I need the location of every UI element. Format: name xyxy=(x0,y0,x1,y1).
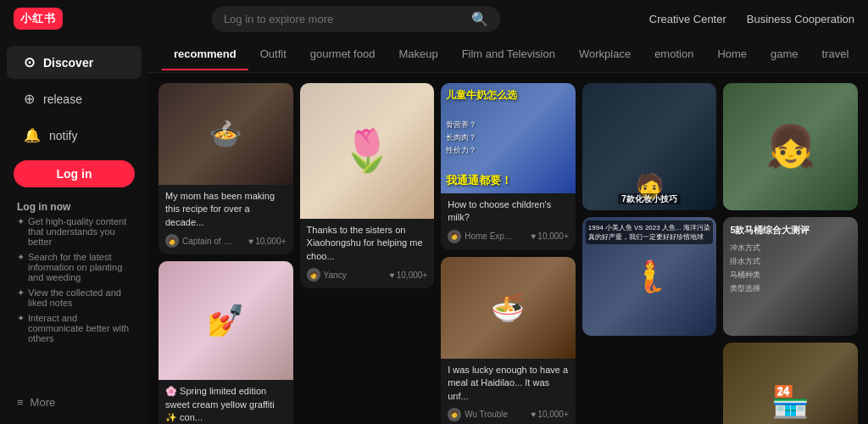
cat-outfit[interactable]: Outfit xyxy=(248,39,298,70)
card-5-author: 🧑 Wu Trouble xyxy=(448,408,508,421)
card-8[interactable]: 👧 xyxy=(723,83,858,210)
card-4-author: 🧑 Home Expert Or... xyxy=(448,230,515,243)
cat-recommend[interactable]: recommend xyxy=(162,39,248,70)
card-5-likes: ♥ 10,000+ xyxy=(531,410,568,419)
card-4-likes: ♥ 10,000+ xyxy=(531,232,568,241)
logo: 小红书 xyxy=(14,8,63,30)
card-4-title: How to choose children's milk? xyxy=(448,198,569,225)
heart-icon-1: ♥ xyxy=(248,237,253,246)
card-5-avatar: 🧑 xyxy=(448,408,461,421)
sidebar-more[interactable]: ≡ More xyxy=(0,388,148,417)
login-features: ✦ Get high-quality content that understa… xyxy=(0,216,148,349)
card-1-meta: 🧑 Captain of the F... ♥ 10,000+ xyxy=(165,234,287,248)
header-links: Creative Center Business Cooperation xyxy=(649,13,854,25)
feature-1: ✦ Get high-quality content that understa… xyxy=(17,216,131,247)
cat-emotion[interactable]: emotion xyxy=(643,39,705,70)
heart-icon-3: ♥ xyxy=(390,271,395,280)
notify-icon: 🔔 xyxy=(24,127,41,143)
sidebar-label-release: release xyxy=(43,92,82,106)
heart-icon-4: ♥ xyxy=(531,232,536,241)
card-1[interactable]: 🍲 My mom has been making this recipe for… xyxy=(159,83,293,254)
card-5-author-name: Wu Trouble xyxy=(465,410,508,419)
card-5-title: I was lucky enough to have a meal at Hai… xyxy=(448,364,569,403)
card-1-likes: ♥ 10,000+ xyxy=(248,237,286,246)
search-bar[interactable]: 🔍 xyxy=(212,6,500,32)
heart-icon-5: ♥ xyxy=(531,410,536,419)
card-6[interactable]: 🧑 7款化妆小技巧 xyxy=(582,83,717,210)
star-icon-4: ✦ xyxy=(17,313,25,324)
card-5-info: I was lucky enough to have a meal at Hai… xyxy=(441,359,576,424)
cat-fitness[interactable]: fitness xyxy=(860,39,868,70)
card-7-image: 🧜 1994 小美人鱼 VS 2023 人鱼... 海洋污染真的好严重，我们一定… xyxy=(582,217,717,336)
star-icon-3: ✦ xyxy=(17,287,25,298)
login-button[interactable]: Log in xyxy=(14,160,135,187)
card-4[interactable]: 儿童牛奶怎么选 骨营养？ 长肉肉？ 性价力？ 我通通都要！ How to cho… xyxy=(441,83,576,250)
card-1-title: My mom has been making this recipe for o… xyxy=(165,190,287,229)
sidebar: ⊙ Discover ⊕ release 🔔 notify Log in Log… xyxy=(0,37,148,424)
card-2-info: 🌸 Spring limited edition sweet cream yel… xyxy=(159,380,293,424)
card-4-image: 儿童牛奶怎么选 骨营养？ 长肉肉？ 性价力？ 我通通都要！ xyxy=(441,83,576,193)
card-10[interactable]: 🏪 SENA xyxy=(723,343,858,424)
feature-2: ✦ Search for the latest information on p… xyxy=(17,252,131,282)
card-3[interactable]: 🌷 Thanks to the sisters on Xiaohongshu f… xyxy=(300,83,435,288)
card-2-title: 🌸 Spring limited edition sweet cream yel… xyxy=(165,385,287,424)
card-8-image: 👧 xyxy=(723,83,858,210)
cat-home[interactable]: Home xyxy=(705,39,759,70)
search-icon[interactable]: 🔍 xyxy=(471,11,488,27)
content-area: recommend Outfit gourmet food Makeup Fil… xyxy=(148,37,868,424)
login-now-label: Log in now xyxy=(0,194,148,216)
cat-film[interactable]: Film and Television xyxy=(450,39,567,70)
card-3-meta: 🧑 Yancy ♥ 10,000+ xyxy=(307,268,428,282)
card-4-info: How to choose children's milk? 🧑 Home Ex… xyxy=(441,193,576,250)
card-3-title: Thanks to the sisters on Xiaohongshu for… xyxy=(307,224,428,263)
cat-gourmet[interactable]: gourmet food xyxy=(298,39,387,70)
card-5-meta: 🧑 Wu Trouble ♥ 10,000+ xyxy=(448,408,569,421)
card-3-info: Thanks to the sisters on Xiaohongshu for… xyxy=(300,219,435,288)
header: 小红书 🔍 Creative Center Business Cooperati… xyxy=(0,0,868,37)
search-input[interactable] xyxy=(224,13,465,25)
card-1-avatar: 🧑 xyxy=(165,234,179,248)
cat-travel[interactable]: travel xyxy=(810,39,861,70)
sidebar-label-notify: notify xyxy=(49,129,77,142)
card-10-image: 🏪 SENA xyxy=(723,343,858,424)
card-1-author: 🧑 Captain of the F... xyxy=(165,234,233,248)
cat-makeup[interactable]: Makeup xyxy=(387,39,449,70)
card-3-likes: ♥ 10,000+ xyxy=(390,271,427,280)
cat-game[interactable]: game xyxy=(759,39,810,70)
card-4-meta: 🧑 Home Expert Or... ♥ 10,000+ xyxy=(448,230,569,243)
category-nav: recommend Outfit gourmet food Makeup Fil… xyxy=(148,37,868,73)
card-7[interactable]: 🧜 1994 小美人鱼 VS 2023 人鱼... 海洋污染真的好严重，我们一定… xyxy=(582,217,717,336)
card-3-author: 🧑 Yancy xyxy=(307,268,347,282)
card-4-author-name: Home Expert Or... xyxy=(465,232,515,241)
sidebar-item-release[interactable]: ⊕ release xyxy=(7,82,142,115)
card-9-image: 5款马桶综合大测评 冲水方式 排水方式 马桶种类 类型选择 xyxy=(723,217,858,336)
cat-workplace[interactable]: Workplace xyxy=(567,39,643,70)
sidebar-item-discover[interactable]: ⊙ Discover xyxy=(7,46,142,79)
card-9[interactable]: 5款马桶综合大测评 冲水方式 排水方式 马桶种类 类型选择 xyxy=(723,217,858,336)
feature-4: ✦ Interact and communicate better with o… xyxy=(17,313,131,343)
card-1-image: 🍲 xyxy=(159,83,293,185)
creative-center-link[interactable]: Creative Center xyxy=(649,13,726,25)
business-cooperation-link[interactable]: Business Cooperation xyxy=(747,13,854,25)
card-1-author-name: Captain of the F... xyxy=(182,237,233,246)
sidebar-item-notify[interactable]: 🔔 notify xyxy=(7,119,142,152)
card-2[interactable]: 💅 🌸 Spring limited edition sweet cream y… xyxy=(159,261,293,424)
card-6-image: 🧑 7款化妆小技巧 xyxy=(582,83,717,210)
card-4-avatar: 🧑 xyxy=(448,230,461,243)
release-icon: ⊕ xyxy=(24,91,35,107)
card-3-author-name: Yancy xyxy=(324,271,347,280)
card-5[interactable]: 🍜 I was lucky enough to have a meal at H… xyxy=(441,257,576,424)
star-icon: ✦ xyxy=(17,216,25,227)
discover-icon: ⊙ xyxy=(24,54,35,70)
card-3-image: 🌷 xyxy=(300,83,435,219)
card-2-image: 💅 xyxy=(159,261,293,380)
main-layout: ⊙ Discover ⊕ release 🔔 notify Log in Log… xyxy=(0,37,868,424)
star-icon-2: ✦ xyxy=(17,252,25,263)
card-1-info: My mom has been making this recipe for o… xyxy=(159,185,293,254)
content-grid: 🍲 My mom has been making this recipe for… xyxy=(148,73,868,424)
card-5-image: 🍜 xyxy=(441,257,576,359)
feature-3: ✦ View the collected and liked notes xyxy=(17,287,131,308)
sidebar-label-discover: Discover xyxy=(43,56,93,70)
more-icon: ≡ xyxy=(17,396,24,409)
card-3-avatar: 🧑 xyxy=(307,268,320,282)
